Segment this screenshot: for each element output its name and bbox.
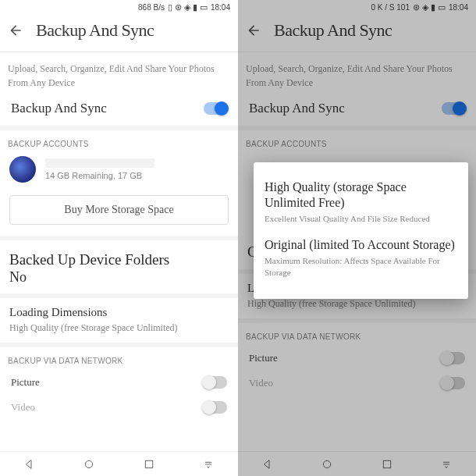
backup-accounts-label: BACKUP ACCOUNTS <box>0 130 238 153</box>
video-toggle-row[interactable]: Video <box>238 371 476 396</box>
account-storage: 14 GB Remaining, 17 GB <box>45 171 229 180</box>
upload-size-title: Loading Dimensions <box>9 306 229 319</box>
page-title: Backup And Sync <box>274 20 392 41</box>
battery-icon: ▭ <box>200 2 208 12</box>
battery-icon: ▭ <box>438 2 446 12</box>
nav-bar <box>238 451 476 476</box>
backup-via-label: BACKUP VIA DATA NETWORK <box>238 323 476 346</box>
clock: 18:04 <box>211 3 230 12</box>
backup-sync-switch[interactable] <box>204 102 227 115</box>
page-title: Backup And Sync <box>36 20 154 41</box>
upload-size-section[interactable]: Loading Dimensions High Quality (free St… <box>0 298 238 343</box>
picture-toggle-row[interactable]: Picture <box>238 346 476 371</box>
buy-storage-button[interactable]: Buy More Storage Space <box>9 195 229 225</box>
svg-point-2 <box>324 460 331 467</box>
panel-left: 868 B/s ▯ ⊛ ◈ ▮ ▭ 18:04 Backup And Sync … <box>0 0 238 476</box>
folders-count: No <box>9 269 229 286</box>
vibrate-icon: ▯ <box>168 2 172 12</box>
folders-title: Backed Up Device Folders <box>9 251 229 269</box>
avatar <box>9 156 36 183</box>
wifi-icon: ◈ <box>422 2 428 12</box>
backup-sync-switch[interactable] <box>442 102 465 115</box>
option-title: Original (limited To Account Storage) <box>265 237 457 253</box>
wifi-icon: ◈ <box>184 2 190 12</box>
back-button[interactable] <box>8 23 23 38</box>
upload-quality-dialog: High Quality (storage Space Unlimited Fr… <box>254 162 468 299</box>
picture-toggle-row[interactable]: Picture <box>0 370 238 395</box>
back-button[interactable] <box>246 23 261 38</box>
upload-size-sub: High Quality (free Storage Space Unlimit… <box>9 321 229 335</box>
header-desc: Upload, Search, Organize, Edit And Share… <box>0 52 238 94</box>
status-bar: 0 K / S 101 ⊛ ◈ ▮ ▭ 18:04 <box>238 0 476 14</box>
net-speed: 868 B/s <box>138 3 165 12</box>
backup-sync-toggle-row[interactable]: Backup And Sync <box>238 94 476 130</box>
toggle-label: Backup And Sync <box>249 101 345 116</box>
status-icons: ⊛ ◈ ▮ ▭ <box>413 2 446 12</box>
account-row[interactable]: 14 GB Remaining, 17 GB <box>0 153 238 189</box>
picture-switch[interactable] <box>442 352 465 364</box>
nav-back-icon[interactable] <box>261 458 274 471</box>
nav-home-icon[interactable] <box>83 458 95 471</box>
option-sub: Excellent Visual Quality And File Size R… <box>265 213 457 225</box>
picture-switch[interactable] <box>204 376 227 389</box>
picture-label: Picture <box>11 376 40 389</box>
nfc-icon: ⊛ <box>413 2 420 12</box>
svg-point-0 <box>86 460 93 467</box>
header-desc: Upload, Search, Organize, Edit And Share… <box>238 52 476 94</box>
net-speed: 0 K / S 101 <box>371 3 409 12</box>
video-switch[interactable] <box>442 377 465 389</box>
toggle-label: Backup And Sync <box>11 101 107 116</box>
option-sub: Maximum Resolution: Affects Space Availa… <box>265 255 457 279</box>
nfc-icon: ⊛ <box>175 2 182 12</box>
upload-size-sub: High Quality (free Storage Space Unlimit… <box>247 297 467 311</box>
signal-icon: ▮ <box>193 2 197 12</box>
account-info: 14 GB Remaining, 17 GB <box>45 158 229 180</box>
backup-accounts-label: BACKUP ACCOUNTS <box>238 130 476 153</box>
nav-home-icon[interactable] <box>321 458 333 471</box>
nav-back-icon[interactable] <box>23 458 36 471</box>
status-bar: 868 B/s ▯ ⊛ ◈ ▮ ▭ 18:04 <box>0 0 238 14</box>
option-original[interactable]: Original (limited To Account Storage) Ma… <box>263 233 459 286</box>
nav-drawer-icon[interactable] <box>202 458 215 471</box>
panel-right: 0 K / S 101 ⊛ ◈ ▮ ▭ 18:04 Backup And Syn… <box>238 0 476 476</box>
picture-label: Picture <box>249 352 278 364</box>
nav-drawer-icon[interactable] <box>440 458 453 471</box>
video-switch[interactable] <box>204 401 227 414</box>
account-name-redacted <box>45 158 155 168</box>
nav-recent-icon[interactable] <box>381 458 393 471</box>
video-label: Video <box>11 401 35 414</box>
header: Backup And Sync <box>238 14 476 52</box>
header: Backup And Sync <box>0 14 238 52</box>
folders-section[interactable]: Backed Up Device Folders No <box>0 240 238 293</box>
option-title: High Quality (storage Space Unlimited Fr… <box>265 179 457 211</box>
nav-bar <box>0 451 238 476</box>
video-toggle-row[interactable]: Video <box>0 395 238 420</box>
option-high-quality[interactable]: High Quality (storage Space Unlimited Fr… <box>263 175 459 233</box>
status-icons: ▯ ⊛ ◈ ▮ ▭ <box>168 2 208 12</box>
svg-rect-1 <box>145 460 152 467</box>
nav-recent-icon[interactable] <box>143 458 155 471</box>
signal-icon: ▮ <box>431 2 435 12</box>
backup-via-label: BACKUP VIA DATA NETWORK <box>0 347 238 370</box>
svg-rect-3 <box>383 460 390 467</box>
clock: 18:04 <box>449 3 468 12</box>
backup-sync-toggle-row[interactable]: Backup And Sync <box>0 94 238 130</box>
video-label: Video <box>249 377 273 389</box>
